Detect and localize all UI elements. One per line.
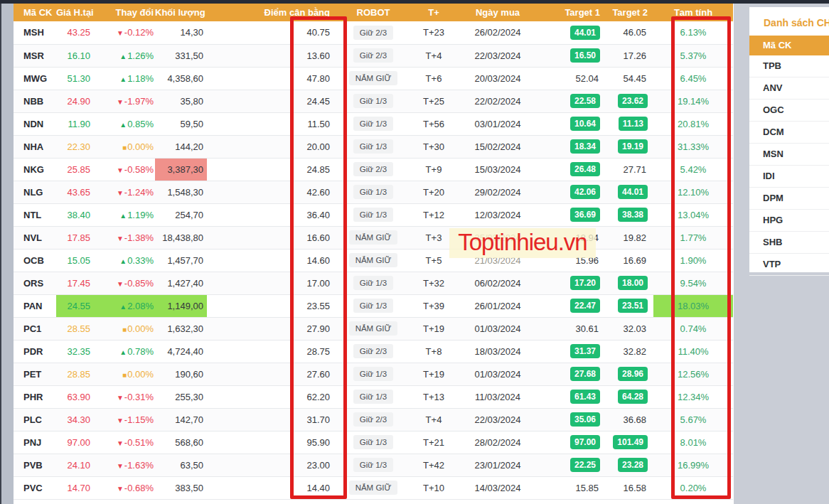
watchlist-item[interactable]: DPM: [749, 188, 829, 210]
cell-change: ▼-1.15%: [93, 408, 155, 431]
cell-stock-code: PLC: [14, 408, 56, 431]
buy-date: 23/01/2024: [474, 460, 520, 471]
t-plus: T+30: [423, 141, 444, 152]
change-value: ▲0.33%: [119, 255, 154, 266]
t-plus: T+19: [423, 323, 444, 334]
cell-change: ▼-0.85%: [93, 272, 155, 294]
stock-code: PNJ: [23, 437, 41, 448]
cell-current-price: 24.10: [56, 454, 93, 476]
target2-value: 17.26: [623, 50, 648, 61]
cell-target2: 38.38: [604, 203, 653, 226]
table-row[interactable]: MSH 43.25 ▼-0.12% 14,30 40.75 Giữ 2/3 T+…: [14, 21, 733, 44]
current-price: 22.30: [67, 141, 90, 152]
robot-advice-pill: NẮM GIỮ: [349, 481, 398, 495]
table-row[interactable]: NHA 22.30 ■0.00% 144,20 20.00 Giữ 1/3 T+…: [14, 135, 733, 158]
change-percent: 0.00%: [127, 323, 154, 334]
cell-target1: 61.43: [541, 385, 604, 408]
t-plus: T+13: [423, 392, 444, 402]
cell-current-price: 32.35: [56, 340, 93, 363]
stock-code: NTL: [23, 210, 41, 220]
watchlist-item-label: SHB: [763, 237, 782, 247]
robot-advice-pill: Giữ 2/3: [353, 162, 393, 176]
watchlist-item[interactable]: DCM: [749, 122, 829, 144]
table-row[interactable]: PET 28.85 ■0.00% 190,60 27.60 Giữ 1/3 T+…: [14, 363, 733, 385]
cell-buy-date: 23/01/2024: [454, 454, 541, 476]
table-row[interactable]: PC1 28.55 ■0.00% 1,632,30 27.90 NẮM GIỮ …: [14, 317, 733, 340]
t-plus: T+12: [423, 210, 444, 220]
table-row[interactable]: NTL 38.40 ▲1.19% 254,70 36.40 Giữ 1/3 T+…: [14, 203, 733, 226]
table-row[interactable]: MWG 51.30 ▲1.18% 4,358,60 47.80 NẮM GIỮ …: [14, 67, 733, 90]
cell-target2: 27.71: [604, 158, 653, 181]
target2-value: 19.19: [618, 139, 648, 154]
cell-buy-date: 20/03/2024: [454, 67, 541, 90]
table-row[interactable]: PNJ 97.00 ▼-0.51% 568,60 95.90 Giữ 1/3 T…: [14, 431, 733, 454]
target2-value: 64.28: [618, 390, 648, 404]
change-value: ▼-0.85%: [117, 278, 154, 289]
stock-code: ORS: [23, 278, 43, 289]
t-plus: T+32: [423, 278, 444, 289]
cell-current-price: 11.90: [56, 112, 93, 135]
table-row[interactable]: NDN 11.90 ▲0.85% 59,50 11.50 Giữ 1/3 T+5…: [14, 112, 733, 135]
stock-code: PLC: [23, 414, 42, 425]
stock-code: PC1: [23, 323, 41, 334]
table-row[interactable]: NBB 24.90 ▼-1.97% 35,80 24.45 Giữ 1/3 T+…: [14, 90, 733, 112]
change-value: ▼-0.31%: [117, 392, 154, 402]
cell-current-price: 17.45: [56, 272, 93, 294]
cell-current-price: 63.90: [56, 385, 93, 408]
target1-value: 26.48: [570, 162, 600, 176]
target2-value: 46.05: [623, 27, 648, 38]
table-row[interactable]: ORS 17.45 ▼-0.85% 1,427,40 17.00 Giữ 1/3…: [14, 272, 733, 294]
cell-change: ▲0.85%: [93, 112, 155, 135]
cell-change: ▼-1.24%: [93, 181, 155, 203]
cell-target2: 16.58: [604, 476, 653, 499]
cell-change: ▼-0.58%: [93, 158, 155, 181]
change-percent: 1.26%: [127, 50, 154, 61]
cell-t-plus: T+30: [413, 135, 454, 158]
watchlist-item[interactable]: OGC: [749, 100, 829, 122]
cell-target2: 19.82: [604, 226, 653, 249]
cell-change: ■0.00%: [93, 317, 155, 340]
robot-advice-pill: Giữ 1/3: [353, 208, 393, 222]
change-value: ▼-1.97%: [117, 96, 154, 107]
table-row[interactable]: NLG 43.65 ▼-1.24% 1,548,30 42.60 Giữ 1/3…: [14, 181, 733, 203]
table-row[interactable]: PVB 24.10 ▼-1.63% 63,50 23.00 Giữ 1/3 T+…: [14, 454, 733, 476]
cell-t-plus: T+5: [413, 249, 454, 272]
t-plus: T+39: [423, 301, 444, 311]
cell-volume: 1,548,30: [155, 181, 207, 203]
table-row[interactable]: NVL 17.85 ▼-1.38% 18,438,80 16.60 NẮM GI…: [14, 226, 733, 249]
change-value: ▲2.08%: [119, 301, 154, 311]
cell-target1: 35.06: [541, 408, 604, 431]
table-row[interactable]: NKG 25.85 ▼-0.58% 3,387,30 24.85 Giữ 2/3…: [14, 158, 733, 181]
table-row[interactable]: PVC 14.70 ▼-0.68% 383,50 14.40 NẮM GIỮ T…: [14, 476, 733, 499]
watchlist-item[interactable]: ANV: [749, 77, 829, 100]
target1-value: 15.85: [575, 483, 600, 493]
volume: 144,20: [175, 141, 203, 152]
col-header-buy-date: Ngày mua: [454, 4, 541, 21]
watchlist-item[interactable]: TPB: [749, 55, 829, 77]
watchlist-item[interactable]: MSN: [749, 144, 829, 166]
cell-stock-code: OCB: [14, 249, 56, 272]
table-row[interactable]: PLC 34.30 ▼-1.15% 142,70 31.70 Giữ 2/3 T…: [14, 408, 733, 431]
cell-t-plus: T+6: [413, 67, 454, 90]
watchlist-item[interactable]: VTP: [749, 254, 829, 276]
left-gutter: [0, 4, 14, 504]
current-price: 38.40: [67, 210, 90, 220]
change-value: ▼-0.68%: [117, 483, 154, 493]
watchlist-column-header: Mã CK: [749, 36, 829, 55]
volume: 190,60: [175, 369, 203, 380]
change-percent: 1.18%: [127, 73, 154, 84]
cell-buy-date: 01/03/2024: [454, 363, 541, 385]
table-row[interactable]: PHR 63.90 ▼-0.31% 255,30 62.20 Giữ 1/3 T…: [14, 385, 733, 408]
current-price: 24.55: [67, 301, 90, 311]
table-row[interactable]: MSR 16.10 ▲1.26% 331,50 13.60 Giữ 2/3 T+…: [14, 44, 733, 67]
table-row[interactable]: PAN 24.55 ▲2.08% 1,149,00 23.55 Giữ 1/3 …: [14, 294, 733, 317]
table-row[interactable]: PDR 32.35 ▲0.78% 4,724,40 28.75 Giữ 2/3 …: [14, 340, 733, 363]
table-row[interactable]: OCB 15.05 ▲0.33% 1,457,70 14.60 NẮM GIỮ …: [14, 249, 733, 272]
watchlist-item[interactable]: IDI: [749, 166, 829, 188]
cell-change: ▼-0.68%: [93, 476, 155, 499]
watchlist-item[interactable]: HPG: [749, 210, 829, 232]
change-value: ▼-0.51%: [117, 437, 154, 448]
current-price: 28.55: [67, 323, 90, 334]
watchlist-item[interactable]: SHB: [749, 232, 829, 254]
cell-change: ▲1.26%: [93, 44, 155, 67]
